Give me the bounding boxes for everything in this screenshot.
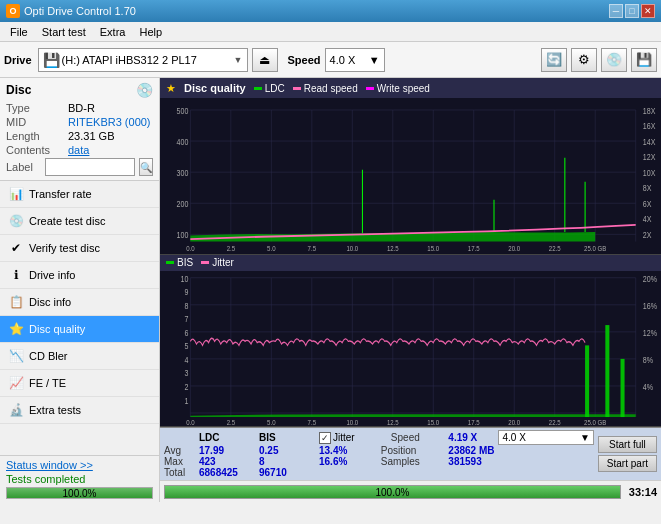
chart-title-icon: ★ — [166, 82, 176, 95]
disc-label-button[interactable]: 🔍 — [139, 158, 153, 176]
refresh-button[interactable]: 🔄 — [541, 48, 567, 72]
settings-button[interactable]: ⚙ — [571, 48, 597, 72]
bottom-chart-svg: 10 9 8 7 6 5 4 3 2 1 20% 16% 12% 8% 4% 0… — [160, 271, 661, 427]
svg-text:15.0: 15.0 — [427, 418, 439, 426]
sidebar-item-verify-test-disc[interactable]: ✔ Verify test disc — [0, 235, 159, 262]
disc-label-input[interactable] — [45, 158, 135, 176]
svg-text:100: 100 — [177, 230, 189, 240]
max-ldc: 423 — [199, 456, 259, 467]
svg-text:22.5: 22.5 — [549, 418, 561, 426]
start-part-button[interactable]: Start part — [598, 455, 657, 472]
create-test-disc-icon: 💿 — [8, 213, 24, 229]
svg-text:500: 500 — [177, 106, 189, 116]
top-chart: 500 400 300 200 100 18X 16X 14X 12X 10X … — [160, 98, 661, 255]
menu-file[interactable]: File — [4, 24, 34, 40]
bottom-bar: 100.0% 33:14 — [160, 480, 661, 502]
svg-rect-0 — [160, 98, 661, 254]
jitter-checkbox-row[interactable]: ✓ Jitter — [319, 432, 381, 444]
disc-length-value: 23.31 GB — [68, 130, 114, 142]
speed-current-label: Speed — [381, 430, 448, 445]
avg-jitter: 13.4% — [319, 445, 381, 456]
svg-text:12.5: 12.5 — [387, 245, 399, 253]
disc-panel-icon: 💿 — [136, 82, 153, 98]
sidebar: Disc 💿 Type BD-R MID RITEKBR3 (000) Leng… — [0, 78, 160, 502]
close-button[interactable]: ✕ — [641, 4, 655, 18]
menu-extra[interactable]: Extra — [94, 24, 132, 40]
extra-tests-icon: 🔬 — [8, 402, 24, 418]
minimize-button[interactable]: ─ — [609, 4, 623, 18]
sidebar-item-fe-te-label: FE / TE — [29, 377, 66, 389]
speed-dropdown[interactable]: 4.0 X ▼ — [498, 430, 593, 445]
bottom-progress-text: 100.0% — [165, 486, 620, 500]
legend-write-speed: Write speed — [366, 83, 430, 94]
svg-text:4: 4 — [184, 353, 188, 364]
svg-text:10.0: 10.0 — [346, 245, 358, 253]
speed-dropdown-value: 4.0 X — [502, 432, 525, 443]
save-button[interactable]: 💾 — [631, 48, 657, 72]
svg-text:17.5: 17.5 — [468, 245, 480, 253]
sidebar-item-transfer-rate[interactable]: 📊 Transfer rate — [0, 181, 159, 208]
svg-text:8%: 8% — [643, 353, 654, 364]
bottom-chart: 10 9 8 7 6 5 4 3 2 1 20% 16% 12% 8% 4% 0… — [160, 271, 661, 428]
svg-text:7.5: 7.5 — [308, 418, 316, 426]
speed-dropdown-arrow: ▼ — [580, 432, 590, 443]
sidebar-item-extra-tests[interactable]: 🔬 Extra tests — [0, 397, 159, 424]
svg-text:25.0 GB: 25.0 GB — [584, 245, 607, 253]
stats-max-row: Max 423 8 16.6% Samples 381593 — [164, 456, 594, 467]
svg-text:8X: 8X — [643, 184, 652, 194]
svg-text:6X: 6X — [643, 199, 652, 209]
menu-bar: File Start test Extra Help — [0, 22, 661, 42]
sidebar-item-drive-info[interactable]: ℹ Drive info — [0, 262, 159, 289]
title-bar: O Opti Drive Control 1.70 ─ □ ✕ — [0, 0, 661, 22]
stats-total-row: Total 6868425 96710 — [164, 467, 594, 478]
verify-test-disc-icon: ✔ — [8, 240, 24, 256]
disc-button[interactable]: 💿 — [601, 48, 627, 72]
title-bar-controls[interactable]: ─ □ ✕ — [609, 4, 655, 18]
svg-text:0.0: 0.0 — [186, 245, 195, 253]
sidebar-item-extra-tests-label: Extra tests — [29, 404, 81, 416]
drive-selector[interactable]: 💾 (H:) ATAPI iHBS312 2 PL17 ▼ — [38, 48, 248, 72]
sidebar-item-disc-quality[interactable]: ⭐ Disc quality — [0, 316, 159, 343]
maximize-button[interactable]: □ — [625, 4, 639, 18]
disc-contents-value[interactable]: data — [68, 144, 89, 156]
sidebar-item-disc-info[interactable]: 📋 Disc info — [0, 289, 159, 316]
svg-text:10: 10 — [180, 272, 188, 283]
start-full-button[interactable]: Start full — [598, 436, 657, 453]
disc-mid-label: MID — [6, 116, 68, 128]
legend-ldc: LDC — [254, 83, 285, 94]
progress-text: 100.0% — [7, 488, 152, 500]
chart-title: Disc quality — [184, 82, 246, 94]
eject-button[interactable]: ⏏ — [252, 48, 278, 72]
legend-ldc-dot — [254, 87, 262, 90]
menu-start-test[interactable]: Start test — [36, 24, 92, 40]
disc-contents-label: Contents — [6, 144, 68, 156]
speed-current-value: 4.19 X — [448, 430, 498, 445]
drive-value: (H:) ATAPI iHBS312 2 PL17 — [62, 54, 232, 66]
svg-text:4X: 4X — [643, 215, 652, 225]
total-bis: 96710 — [259, 467, 309, 478]
sidebar-item-disc-info-label: Disc info — [29, 296, 71, 308]
status-window-button[interactable]: Status window >> — [6, 459, 153, 471]
svg-text:300: 300 — [177, 168, 189, 178]
legend-write-dot — [366, 87, 374, 90]
sidebar-item-fe-te[interactable]: 📈 FE / TE — [0, 370, 159, 397]
sidebar-item-create-test-disc-label: Create test disc — [29, 215, 105, 227]
drive-icon: 💾 — [43, 52, 60, 68]
position-value: 23862 MB — [448, 445, 594, 456]
jitter-checkbox[interactable]: ✓ — [319, 432, 331, 444]
svg-text:12X: 12X — [643, 153, 656, 163]
avg-label: Avg — [164, 445, 199, 456]
max-label: Max — [164, 456, 199, 467]
legend-bis: BIS — [166, 257, 193, 268]
disc-label-row: Label 🔍 — [6, 158, 153, 176]
top-chart-svg: 500 400 300 200 100 18X 16X 14X 12X 10X … — [160, 98, 661, 254]
disc-length-row: Length 23.31 GB — [6, 130, 153, 142]
speed-selector[interactable]: 4.0 X ▼ — [325, 48, 385, 72]
sidebar-item-create-test-disc[interactable]: 💿 Create test disc — [0, 208, 159, 235]
sidebar-item-cd-bler[interactable]: 📉 CD Bler — [0, 343, 159, 370]
svg-text:5.0: 5.0 — [267, 245, 276, 253]
svg-text:18X: 18X — [643, 106, 656, 116]
menu-help[interactable]: Help — [133, 24, 168, 40]
status-panel: Status window >> Tests completed 100.0% — [0, 455, 159, 502]
sidebar-item-drive-info-label: Drive info — [29, 269, 75, 281]
